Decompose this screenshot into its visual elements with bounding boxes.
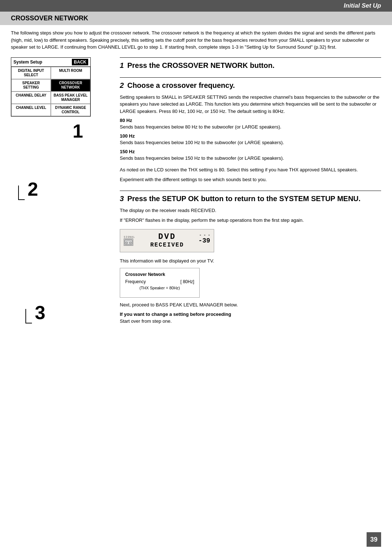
step2-body: Setting speakers to SMALL in SPEAKER SET… xyxy=(120,94,381,115)
bottom-bold: If you want to change a setting before p… xyxy=(120,311,231,317)
main-content: The following steps show you how to adju… xyxy=(0,29,392,343)
step2-heading: 2 Choose a crossover frequency. xyxy=(120,77,381,90)
tv-thx-note: (THX Speaker = 80Hz) xyxy=(125,286,194,290)
tv-display-frequency-row: Frequency [ 80Hz] xyxy=(125,279,194,284)
section-title-bar: CROSSOVER NETWORK xyxy=(0,12,392,25)
bottom-note-bold-text: If you want to change a setting before p… xyxy=(120,311,381,325)
menu-item-digital-input[interactable]: DIGITAL INPUTSELECT xyxy=(11,67,51,79)
receiver-main-text: DVD RECEIVED xyxy=(139,233,195,248)
freq-80hz-label: 80 Hz xyxy=(120,118,381,123)
menu-item-crossover-network[interactable]: CROSSOVERNETWORK xyxy=(51,79,90,91)
freq-150hz-desc: Sends bass frequencies below 150 Hz to t… xyxy=(120,155,381,162)
step1-heading-text: Press the CROSSOVER NETWORK button. xyxy=(127,61,275,69)
system-setup-title: System Setup xyxy=(13,60,42,65)
page-number: 39 xyxy=(367,532,381,547)
svg-point-1 xyxy=(126,242,128,244)
step3-section: 3 Press the SETUP OK button to return to… xyxy=(120,191,381,325)
right-column: 1 Press the CROSSOVER NETWORK button. 2 … xyxy=(120,57,381,332)
two-col-layout: System Setup BACK DIGITAL INPUTSELECT MU… xyxy=(11,57,381,332)
menu-item-channel-delay[interactable]: CHANNEL DELAY xyxy=(11,91,51,104)
step3-tv-info: This information will be displayed on yo… xyxy=(120,257,381,265)
step2-section: 2 Choose a crossover frequency. Setting … xyxy=(120,77,381,183)
back-button[interactable]: BACK xyxy=(72,59,88,65)
receiver-display: SIGNAL DVD xyxy=(120,229,214,252)
receiver-db-value: -39 xyxy=(199,237,210,244)
step3-heading: 3 Press the SETUP OK button to return to… xyxy=(120,191,381,203)
system-setup-box: System Setup BACK DIGITAL INPUTSELECT MU… xyxy=(11,57,91,117)
step2-num-label: 2 xyxy=(120,81,124,89)
left-column: System Setup BACK DIGITAL INPUTSELECT MU… xyxy=(11,57,109,332)
receiver-top-right: - - - xyxy=(199,233,210,237)
tv-display-title: Crossover Network xyxy=(125,272,194,277)
step1-heading: 1 Press the CROSSOVER NETWORK button. xyxy=(120,57,381,70)
system-setup-header: System Setup BACK xyxy=(11,58,90,67)
step1-number: 1 xyxy=(73,121,83,142)
step2-marker-area: 2 xyxy=(11,178,109,200)
step3-number: 3 xyxy=(35,302,45,323)
freq-80hz-desc: Sends bass frequencies below 80 Hz to th… xyxy=(120,124,381,130)
step1-marker-area: 1 xyxy=(73,120,109,142)
step3-heading-text: Press the SETUP OK button to return to t… xyxy=(127,195,361,203)
step2-heading-text: Choose a crossover frequency. xyxy=(127,81,235,89)
step1-section: 1 Press the CROSSOVER NETWORK button. xyxy=(120,57,381,70)
menu-item-dynamic-range[interactable]: DYNAMIC RANGECONTROL xyxy=(51,104,90,116)
intro-text: The following steps show you how to adju… xyxy=(11,29,381,51)
receiver-cassette-icon xyxy=(124,239,133,246)
header-bar: Initial Set Up xyxy=(0,0,392,12)
freq-100hz-label: 100 Hz xyxy=(120,133,381,139)
receiver-right-value: - - - -39 xyxy=(199,233,210,244)
freq-150hz-label: 150 Hz xyxy=(120,149,381,154)
step3-body2: If "ERROR" flashes in the display, perfo… xyxy=(120,217,381,224)
bottom-note: Next, proceed to BASS PEAK LEVEL MANAGER… xyxy=(120,301,381,309)
section-title: CROSSOVER NETWORK xyxy=(11,15,381,22)
menu-item-bass-peak[interactable]: BASS PEAK LEVELMANAGER xyxy=(51,91,90,104)
freq-80hz: 80 Hz Sends bass frequencies below 80 Hz… xyxy=(120,118,381,130)
step2-number: 2 xyxy=(28,178,38,200)
header-title: Initial Set Up xyxy=(344,2,381,9)
page-container: Initial Set Up CROSSOVER NETWORK The fol… xyxy=(0,0,392,554)
step3-body1: The display on the receiver reads RECEIV… xyxy=(120,207,381,214)
svg-point-2 xyxy=(130,242,131,244)
tv-frequency-value: [ 80Hz] xyxy=(180,279,194,284)
receiver-received-text: RECEIVED xyxy=(139,242,195,248)
tv-display-box: Crossover Network Frequency [ 80Hz] (THX… xyxy=(120,268,200,298)
step3-marker-area: 3 xyxy=(11,302,109,323)
receiver-signal-text: SIGNAL xyxy=(124,236,135,239)
step3-num-label: 3 xyxy=(120,195,124,203)
freq-150hz: 150 Hz Sends bass frequencies below 150 … xyxy=(120,149,381,162)
step2-experiment-note: Experiment with the different settings t… xyxy=(120,176,381,183)
bottom-plain: Start over from step one. xyxy=(120,318,172,324)
freq-100hz: 100 Hz Sends bass frequencies below 100 … xyxy=(120,133,381,146)
tv-frequency-label: Frequency xyxy=(125,279,146,284)
menu-item-speaker-setting[interactable]: SPEAKERSETTING xyxy=(11,79,51,91)
receiver-dvd-text: DVD xyxy=(139,233,195,241)
freq-100hz-desc: Sends bass frequencies below 100 Hz to t… xyxy=(120,139,381,146)
step2-thx-note: As noted on the LCD screen the THX setti… xyxy=(120,166,381,174)
menu-item-multi-room[interactable]: MULTI ROOM xyxy=(51,67,90,79)
menu-grid: DIGITAL INPUTSELECT MULTI ROOM SPEAKERSE… xyxy=(11,67,90,116)
step1-num-label: 1 xyxy=(120,61,124,69)
menu-item-channel-level[interactable]: CHANNEL LEVEL xyxy=(11,104,51,116)
receiver-left-icons: SIGNAL xyxy=(124,236,135,246)
